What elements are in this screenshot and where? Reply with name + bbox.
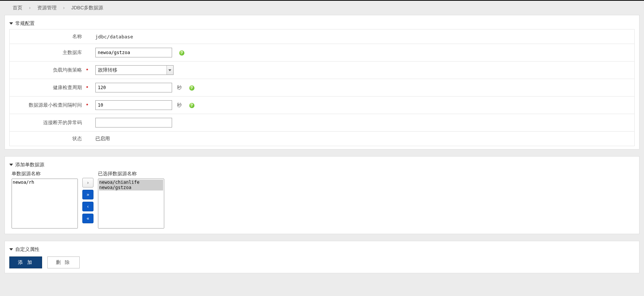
custom-props-panel: 自定义属性 添 加 删 除 (4, 241, 640, 273)
master-db-input[interactable] (95, 48, 172, 57)
breadcrumb: 首页 › 资源管理 › JDBC多数据源 (0, 1, 644, 15)
required-mark: * (84, 79, 93, 97)
section-add-ds-title[interactable]: 添加单数据源 (5, 160, 639, 170)
required-mark: * (84, 62, 93, 79)
breadcrumb-current: JDBC多数据源 (71, 5, 103, 10)
add-single-ds-panel: 添加单数据源 单数据源名称 newoa/rh › » ‹ « 已选择数据源名称 … (4, 156, 640, 234)
help-icon[interactable]: ? (189, 85, 194, 91)
min-interval-label: 数据源最小检查间隔时间 (10, 97, 84, 114)
selected-ds-list[interactable]: newoa/chianlifenewoa/gstzoa (98, 179, 164, 229)
list-item[interactable]: newoa/gstzoa (99, 185, 163, 190)
help-icon[interactable]: ? (179, 50, 184, 56)
lb-strategy-label: 负载均衡策略 (10, 62, 84, 79)
breadcrumb-resource[interactable]: 资源管理 (37, 5, 57, 10)
move-right-button[interactable]: › (82, 178, 93, 188)
section-general-title[interactable]: 常规配置 (5, 19, 639, 29)
breadcrumb-home[interactable]: 首页 (13, 5, 22, 10)
move-left-button[interactable]: ‹ (82, 202, 93, 211)
min-unit: 秒 (177, 102, 182, 108)
help-icon[interactable]: ? (189, 103, 194, 108)
exception-code-input[interactable] (95, 118, 172, 127)
list-item[interactable]: newoa/rh (13, 180, 77, 185)
name-label: 名称 (10, 29, 84, 44)
min-interval-input[interactable] (95, 100, 172, 110)
chevron-down-icon (166, 66, 173, 75)
delete-button[interactable]: 删 除 (47, 256, 80, 268)
section-custom-props-title[interactable]: 自定义属性 (5, 245, 639, 255)
exception-code-label: 连接断开的异常码 (10, 114, 84, 132)
breadcrumb-sep-icon: › (29, 5, 31, 10)
required-mark: * (84, 97, 93, 114)
available-ds-label: 单数据源名称 (12, 170, 78, 177)
breadcrumb-sep-icon: › (63, 5, 64, 10)
health-period-label: 健康检查周期 (10, 79, 84, 97)
move-left-all-button[interactable]: « (82, 214, 93, 223)
lb-strategy-select[interactable]: 故障转移 (95, 65, 174, 75)
master-db-label: 主数据库 (10, 44, 84, 62)
status-value: 已启用 (95, 136, 110, 141)
health-unit: 秒 (177, 85, 182, 90)
selected-ds-label: 已选择数据源名称 (98, 170, 164, 177)
name-value: jdbc/database (95, 34, 133, 40)
move-right-all-button[interactable]: » (82, 190, 93, 199)
available-ds-list[interactable]: newoa/rh (12, 179, 78, 229)
status-label: 状态 (10, 132, 84, 146)
general-config-panel: 常规配置 名称 jdbc/database 主数据库 ? 负载均衡策略 * 故障… (4, 15, 640, 149)
list-item[interactable]: newoa/chianlife (99, 180, 163, 185)
config-table: 名称 jdbc/database 主数据库 ? 负载均衡策略 * 故障转移 健康… (9, 29, 635, 146)
health-period-input[interactable] (95, 83, 172, 92)
add-button[interactable]: 添 加 (9, 256, 42, 268)
